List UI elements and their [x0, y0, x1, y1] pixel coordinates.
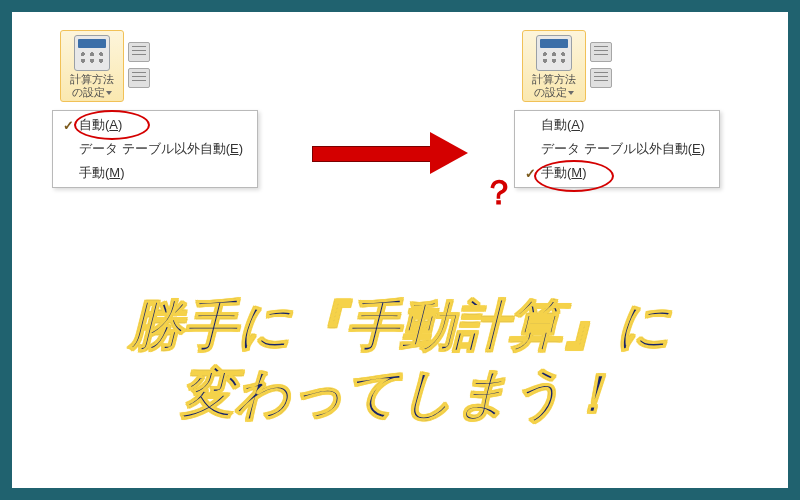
calc-now-icon[interactable] [590, 42, 612, 62]
calc-options-button-right[interactable]: 計算方法 の設定 [522, 30, 586, 102]
calc-sheet-icon[interactable] [590, 68, 612, 88]
check-icon: ✓ [519, 166, 541, 181]
chevron-down-icon [106, 91, 112, 95]
calc-options-button-left[interactable]: 計算方法 の設定 [60, 30, 124, 102]
menu-item-auto-except-tables[interactable]: データ テーブル以外自動(E) [53, 137, 257, 161]
menu-item-auto[interactable]: ✓ 自動(A) [53, 113, 257, 137]
menu-item-label: データ テーブル以外自動(E) [541, 140, 705, 158]
calculator-icon [74, 35, 110, 71]
calc-sheet-icon[interactable] [128, 68, 150, 88]
menu-item-label: 自動(A) [541, 116, 584, 134]
menu-item-auto[interactable]: 自動(A) [515, 113, 719, 137]
calc-options-label: 計算方法 の設定 [525, 73, 583, 99]
menu-item-auto-except-tables[interactable]: データ テーブル以外自動(E) [515, 137, 719, 161]
menu-item-label: 手動(M) [79, 164, 125, 182]
question-mark-icon: ？ [482, 170, 516, 216]
canvas: 計算方法 の設定 ✓ 自動(A) データ テーブル以外自動(E) 手動(M) 計… [12, 12, 788, 488]
calc-now-icon[interactable] [128, 42, 150, 62]
calc-options-label: 計算方法 の設定 [63, 73, 121, 99]
menu-item-label: データ テーブル以外自動(E) [79, 140, 243, 158]
chevron-down-icon [568, 91, 574, 95]
menu-item-label: 自動(A) [79, 116, 122, 134]
calc-options-menu-right: 自動(A) データ テーブル以外自動(E) ✓ 手動(M) [514, 110, 720, 188]
menu-item-label: 手動(M) [541, 164, 587, 182]
check-icon: ✓ [57, 118, 79, 133]
calc-options-menu-left: ✓ 自動(A) データ テーブル以外自動(E) 手動(M) [52, 110, 258, 188]
side-icon-group-left [128, 42, 150, 88]
arrow-right-icon [312, 132, 472, 172]
calculator-icon [536, 35, 572, 71]
caption-text: 勝手に『手動計算』に 変わってしまう！ [12, 292, 788, 427]
side-icon-group-right [590, 42, 612, 88]
menu-item-manual[interactable]: ✓ 手動(M) [515, 161, 719, 185]
menu-item-manual[interactable]: 手動(M) [53, 161, 257, 185]
